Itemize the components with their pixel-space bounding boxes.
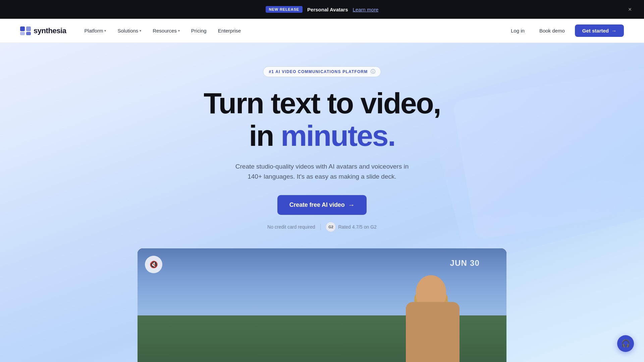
nav-item-enterprise[interactable]: Enterprise (213, 25, 246, 36)
announcement-bar: NEW RELEASE Personal Avatars Learn more … (0, 0, 644, 19)
video-mute-button[interactable]: 🔇 (145, 256, 162, 273)
nav-item-pricing[interactable]: Pricing (186, 25, 211, 36)
headset-icon: 🎧 (621, 339, 630, 348)
book-demo-button[interactable]: Book demo (535, 25, 570, 36)
nav-resources-label: Resources (153, 28, 177, 34)
cta-label: Create free AI video (289, 201, 345, 208)
nav-solutions-label: Solutions (117, 28, 138, 34)
info-icon[interactable]: ⓘ (371, 69, 375, 75)
nav-item-resources[interactable]: Resources ▾ (148, 25, 184, 36)
hero-title-line2-prefix: in (249, 119, 281, 152)
resources-chevron-icon: ▾ (178, 29, 180, 33)
support-button[interactable]: 🎧 (617, 335, 634, 352)
new-release-badge: NEW RELEASE (266, 6, 303, 13)
nav-links: Platform ▾ Solutions ▾ Resources ▾ Prici… (80, 25, 246, 36)
announcement-text: Personal Avatars (307, 7, 348, 12)
hero-badge-text: #1 AI VIDEO COMMUNICATIONS PLATFORM (269, 69, 368, 74)
nav-item-platform[interactable]: Platform ▾ (80, 25, 111, 36)
logo-text: synthesia (34, 26, 66, 35)
cta-arrow-icon: → (348, 201, 355, 209)
hero-subtitle: Create studio-quality videos with AI ava… (231, 162, 413, 182)
svg-rect-1 (26, 26, 31, 31)
social-proof-divider (320, 224, 321, 230)
g2-rating: G2 Rated 4.7/5 on G2 (326, 222, 376, 232)
navbar-right: Log in Book demo Get started → (506, 24, 624, 37)
hero-badge: #1 AI VIDEO COMMUNICATIONS PLATFORM ⓘ (263, 66, 381, 77)
solutions-chevron-icon: ▾ (140, 29, 141, 33)
get-started-button[interactable]: Get started → (575, 24, 624, 37)
learn-more-link[interactable]: Learn more (353, 7, 379, 12)
hero-title-line1: Turn text to video, (204, 86, 440, 120)
svg-rect-0 (20, 26, 25, 31)
no-credit-card-label: No credit card required (267, 224, 315, 230)
announcement-close-button[interactable]: × (625, 5, 635, 14)
hero-title: Turn text to video, in minutes. (204, 87, 440, 152)
get-started-arrow-icon: → (611, 28, 616, 34)
social-proof: No credit card required G2 Rated 4.7/5 o… (267, 222, 377, 232)
logo[interactable]: synthesia (20, 26, 66, 35)
get-started-label: Get started (582, 28, 609, 34)
login-button[interactable]: Log in (506, 25, 529, 36)
video-date: JUN 30 (450, 258, 480, 268)
hero-section: #1 AI VIDEO COMMUNICATIONS PLATFORM ⓘ Tu… (0, 43, 644, 362)
hero-title-highlight: minutes. (281, 119, 395, 152)
nav-enterprise-label: Enterprise (218, 28, 241, 34)
nav-item-solutions[interactable]: Solutions ▾ (113, 25, 146, 36)
platform-chevron-icon: ▾ (104, 29, 106, 33)
logo-icon (20, 26, 31, 35)
navbar: synthesia Platform ▾ Solutions ▾ Resourc… (0, 19, 644, 43)
svg-rect-3 (26, 32, 31, 35)
g2-logo-icon: G2 (326, 222, 335, 232)
create-free-video-button[interactable]: Create free AI video → (277, 195, 367, 215)
nav-platform-label: Platform (85, 28, 103, 34)
nav-pricing-label: Pricing (191, 28, 207, 34)
mute-icon: 🔇 (150, 260, 158, 268)
video-preview: 🔇 JUN 30 (138, 248, 506, 362)
svg-rect-2 (20, 32, 25, 35)
navbar-left: synthesia Platform ▾ Solutions ▾ Resourc… (20, 25, 246, 36)
person-body (406, 302, 460, 362)
g2-rating-text: Rated 4.7/5 on G2 (338, 224, 376, 230)
